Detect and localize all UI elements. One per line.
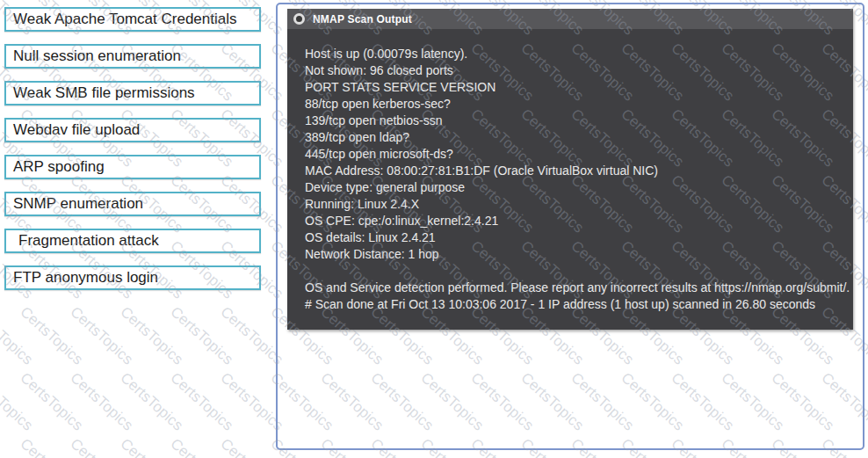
watermark-text: CertsTopics <box>67 303 136 368</box>
window-circle-icon <box>293 13 305 25</box>
scan-output-text: Host is up (0.00079s latency). Not shown… <box>287 29 853 313</box>
window-title: NMAP Scan Output <box>313 13 412 25</box>
option-arp-spoofing[interactable]: ARP spoofing <box>4 155 261 179</box>
scan-output-line: OS CPE: cpe:/o:linux_kernel:2.4.21 <box>305 213 841 229</box>
window-titlebar: NMAP Scan Output <box>287 9 853 29</box>
watermark-text: CertsTopics <box>17 369 86 434</box>
watermark-text: CertsTopics <box>67 369 136 434</box>
watermark-text: CertsTopics <box>117 303 186 368</box>
scan-output-line: OS and Service detection performed. Plea… <box>305 280 841 296</box>
scan-output-line: MAC Address: 08:00:27:81:B1:DF (Oracle V… <box>305 163 841 179</box>
option-weak-apache-tomcat-credentials[interactable]: Weak Apache Tomcat Credentials <box>4 7 261 32</box>
watermark-text: CertsTopics <box>167 303 236 368</box>
option-webdav-file-upload[interactable]: Webdav file upload <box>4 118 261 142</box>
option-snmp-enumeration[interactable]: SNMP enumeration <box>4 192 261 216</box>
scan-output-line: # Scan done at Fri Oct 13 10:03:06 2017 … <box>305 296 841 313</box>
scan-output-line: 389/tcp open ldap? <box>305 129 841 146</box>
option-fragmentation-attack[interactable]: Fragmentation attack <box>4 229 261 253</box>
scan-output-blank-line <box>305 263 841 280</box>
scan-output-line: Device type: general purpose <box>305 179 841 196</box>
scan-output-panel: NMAP Scan Output Host is up (0.00079s la… <box>276 3 864 450</box>
option-null-session-enumeration[interactable]: Null session enumeration <box>4 44 261 69</box>
scan-output-line: Network Distance: 1 hop <box>305 246 841 263</box>
watermark-text: CertsTopics <box>0 303 36 368</box>
scan-output-line: 139/tcp open netbios-ssn <box>305 113 841 129</box>
watermark-text: CertsTopics <box>0 369 36 434</box>
watermark-text: CertsTopics <box>17 303 86 368</box>
scan-output-line: Not shown: 96 closed ports <box>305 62 841 79</box>
answer-options-list: Weak Apache Tomcat Credentials Null sess… <box>4 7 261 290</box>
option-ftp-anonymous-login[interactable]: FTP anonymous login <box>4 265 261 290</box>
nmap-scan-output-window: NMAP Scan Output Host is up (0.00079s la… <box>287 9 853 330</box>
scan-output-line: Running: Linux 2.4.X <box>305 196 841 213</box>
watermark-text: CertsTopics <box>0 435 36 458</box>
option-weak-smb-file-permissions[interactable]: Weak SMB file permissions <box>4 81 261 105</box>
watermark-text: CertsTopics <box>117 369 186 434</box>
scan-output-line: 88/tcp open kerberos-sec? <box>305 96 841 113</box>
watermark-text: CertsTopics <box>117 435 186 458</box>
scan-output-line: 445/tcp open microsoft-ds? <box>305 146 841 163</box>
watermark-text: CertsTopics <box>67 435 136 458</box>
watermark-text: CertsTopics <box>167 369 236 434</box>
scan-output-line: PORT STATS SERVICE VERSION <box>305 79 841 96</box>
scan-output-line: OS details: Linux 2.4.21 <box>305 229 841 246</box>
watermark-text: CertsTopics <box>167 435 236 458</box>
scan-output-line: Host is up (0.00079s latency). <box>305 46 841 62</box>
watermark-text: CertsTopics <box>17 435 86 458</box>
